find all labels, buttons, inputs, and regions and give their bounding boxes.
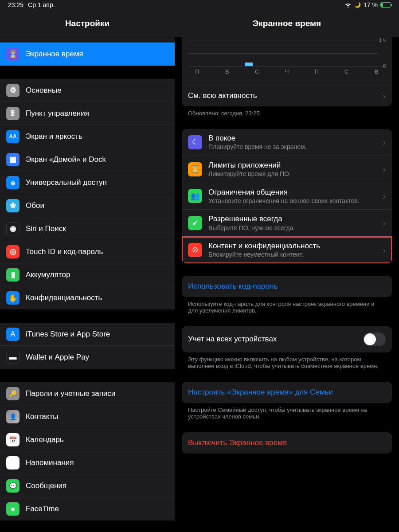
sidebar-item-label: Основные (26, 86, 62, 95)
accessibility-icon: ๏ (6, 176, 20, 189)
sidebar-item-label: Экран «Домой» и Dock (26, 155, 106, 164)
home-screen-icon: ▦ (6, 153, 20, 166)
sidebar-item-store-1[interactable]: ▬ Wallet и Apple Pay (0, 346, 175, 369)
see-all-activity[interactable]: См. всю активность › (182, 85, 392, 106)
passcode-desc: Используйте код-пароль для контроля наст… (182, 297, 392, 314)
chart-x-label: П (194, 68, 200, 75)
sidebar-item-label: Календарь (26, 435, 64, 444)
sidebar-item-app-0[interactable]: 🔑 Пароли и учетные записи (0, 382, 175, 405)
wifi-icon (344, 2, 352, 8)
sidebar-item-label: Touch ID и код-пароль (26, 247, 103, 256)
family-desc: Настройте Семейный доступ, чтобы учитыва… (182, 403, 392, 420)
sidebar-item-label: Пароли и учетные записи (26, 389, 115, 398)
sidebar-item-4[interactable]: ๏ Универсальный доступ (0, 171, 175, 194)
turn-off-button[interactable]: Выключить Экранное время (182, 432, 392, 454)
settings-sidebar: Настройки ⏳ Экранное время ⚙︎ Основные 🎚… (0, 10, 175, 532)
chevron-right-icon: › (383, 246, 386, 254)
wallet-icon: ▬ (6, 351, 20, 364)
chevron-right-icon: › (383, 91, 386, 100)
sidebar-item-label: Универсальный доступ (26, 178, 107, 187)
sidebar-item-label: Wallet и Apple Pay (26, 353, 89, 362)
chevron-right-icon: › (383, 192, 386, 200)
display-icon: AA (6, 130, 20, 143)
sidebar-item-1[interactable]: 🎚 Пункт управления (0, 102, 175, 125)
sidebar-item-2[interactable]: AA Экран и яркость (0, 125, 175, 148)
feature-2[interactable]: 👥 Ограничения общения Установите огранич… (182, 183, 392, 210)
battery-percent: 17 % (364, 1, 378, 8)
siri-icon: ◉ (6, 222, 20, 235)
feature-0[interactable]: ☾ В покое Планируйте время не за экраном… (182, 129, 392, 156)
activity-chart: 1 ч 0 (188, 40, 386, 66)
touch-id-icon: ◎ (6, 245, 20, 258)
feature-1[interactable]: ⏳ Лимиты приложений Лимитируйте время дл… (182, 156, 392, 183)
sidebar-item-label: Сообщения (26, 481, 66, 490)
sidebar-item-store-0[interactable]: A iTunes Store и App Store (0, 323, 175, 346)
sidebar-item-5[interactable]: ❀ Обои (0, 194, 175, 217)
app-store-icon: A (6, 328, 20, 341)
sidebar-item-app-4[interactable]: 💬 Сообщения (0, 474, 175, 497)
sidebar-title: Настройки (65, 19, 110, 28)
activity-chart-card: 1 ч 0 ПВСЧПСВ См. всю активность › (182, 37, 392, 106)
sidebar-item-0[interactable]: ⚙︎ Основные (0, 79, 175, 102)
control-center-icon: 🎚 (6, 107, 20, 120)
all-devices-row[interactable]: Учет на всех устройствах (182, 326, 392, 352)
all-devices-desc: Эту функцию можно включить на любом устр… (182, 352, 392, 369)
use-passcode-button[interactable]: Использовать код-пароль (182, 276, 392, 297)
sidebar-item-label: Контакты (26, 412, 58, 421)
battery-icon (380, 2, 391, 8)
sidebar-item-6[interactable]: ◉ Siri и Поиск (0, 217, 175, 240)
sidebar-item-label: Пункт управления (26, 109, 89, 118)
chart-x-label: П (313, 68, 320, 75)
facetime-icon: ■ (6, 502, 20, 516)
sidebar-item-label: Обои (26, 201, 44, 210)
sidebar-item-screen-time[interactable]: ⏳ Экранное время (0, 43, 175, 66)
messages-icon: 💬 (6, 479, 20, 493)
feature-3[interactable]: ✔︎ Разрешенные всегда Выберите ПО, нужно… (182, 210, 392, 237)
sidebar-item-cut[interactable] (0, 37, 175, 43)
battery-icon: ▮ (6, 268, 20, 282)
detail-pane: Экранное время 1 ч 0 ПВСЧПСВ См. всю акт… (175, 10, 399, 532)
gear-icon: ⚙︎ (6, 84, 20, 97)
chart-x-axis: ПВСЧПСВ (188, 66, 386, 79)
reminders-icon: ≣ (6, 456, 20, 469)
sidebar-item-app-2[interactable]: 📅 Календарь (0, 428, 175, 451)
chart-x-label: Ч (284, 68, 290, 75)
sidebar-item-label: Конфиденциальность (26, 293, 102, 302)
sidebar-item-9[interactable]: ✋ Конфиденциальность (0, 286, 175, 309)
feature-title: В покое (208, 133, 383, 143)
chevron-right-icon: › (383, 219, 386, 227)
all-devices-toggle[interactable] (363, 332, 386, 346)
feature-title: Разрешенные всегда (208, 214, 383, 223)
app-limits-icon: ⏳ (188, 162, 202, 176)
hourglass-icon: ⏳ (6, 47, 20, 61)
calendar-icon: 📅 (6, 433, 20, 446)
chart-y-top: 1 ч (379, 37, 386, 43)
sidebar-item-app-5[interactable]: ■ FaceTime (0, 497, 175, 520)
feature-title: Контент и конфиденциальность (208, 241, 383, 250)
feature-subtitle: Блокируйте неуместный контент. (208, 251, 383, 259)
chart-x-label: С (254, 68, 260, 75)
do-not-disturb-icon: 🌙 (354, 2, 361, 8)
features-card: ☾ В покое Планируйте время не за экраном… (182, 129, 392, 263)
sidebar-item-label: Siri и Поиск (26, 224, 66, 233)
chart-bar-wed (245, 63, 253, 66)
sidebar-item-app-1[interactable]: 👤 Контакты (0, 405, 175, 428)
communication-icon: 👥 (188, 189, 202, 203)
sidebar-item-3[interactable]: ▦ Экран «Домой» и Dock (0, 148, 175, 171)
sidebar-item-label: Экран и яркость (26, 132, 82, 141)
sidebar-item-app-3[interactable]: ≣ Напоминания (0, 451, 175, 474)
sidebar-item-label: Экранное время (26, 50, 83, 59)
sidebar-item-7[interactable]: ◎ Touch ID и код-пароль (0, 240, 175, 263)
feature-4[interactable]: ⊘ Контент и конфиденциальность Блокируйт… (182, 237, 392, 263)
chart-x-label: В (224, 68, 230, 75)
feature-title: Ограничения общения (208, 188, 383, 197)
feature-title: Лимиты приложений (208, 160, 383, 170)
feature-subtitle: Планируйте время не за экраном. (208, 143, 383, 151)
feature-subtitle: Установите ограничения на основе своих к… (208, 197, 383, 205)
setup-family-button[interactable]: Настроить «Экранное время» для Семьи (182, 382, 392, 403)
always-allowed-icon: ✔︎ (188, 216, 202, 230)
sidebar-item-8[interactable]: ▮ Аккумулятор (0, 263, 175, 286)
status-time: 23:25 (8, 1, 23, 8)
privacy-icon: ✋ (6, 291, 20, 305)
chevron-right-icon: › (383, 138, 386, 147)
